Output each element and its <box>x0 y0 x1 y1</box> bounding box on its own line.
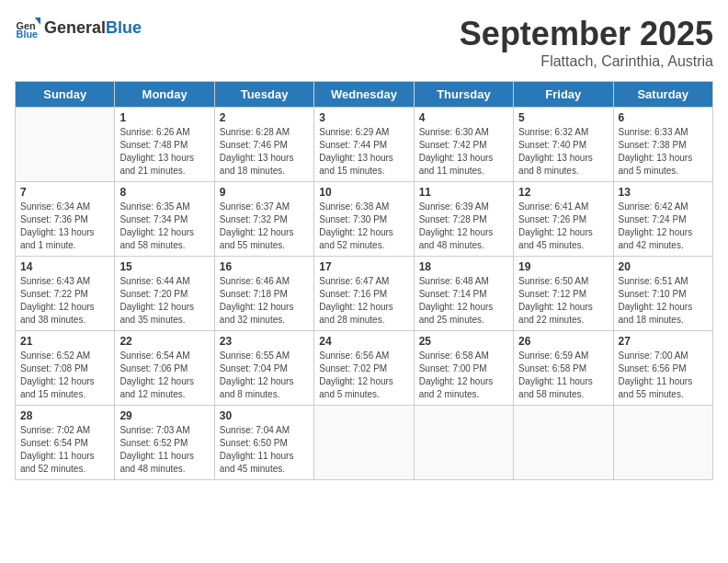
calendar-week-row: 21Sunrise: 6:52 AMSunset: 7:08 PMDayligh… <box>16 331 713 406</box>
calendar-cell: 5Sunrise: 6:32 AMSunset: 7:40 PMDaylight… <box>514 108 613 182</box>
day-info: Sunrise: 6:34 AMSunset: 7:36 PMDaylight:… <box>20 201 109 252</box>
calendar-cell: 23Sunrise: 6:55 AMSunset: 7:04 PMDayligh… <box>214 331 313 406</box>
day-info: Sunrise: 6:39 AMSunset: 7:28 PMDaylight:… <box>419 201 508 252</box>
calendar-cell: 27Sunrise: 7:00 AMSunset: 6:56 PMDayligh… <box>613 331 712 406</box>
day-number: 20 <box>619 260 708 273</box>
calendar-cell: 30Sunrise: 7:04 AMSunset: 6:50 PMDayligh… <box>214 406 313 480</box>
calendar-cell: 16Sunrise: 6:46 AMSunset: 7:18 PMDayligh… <box>214 257 313 331</box>
weekday-header-monday: Monday <box>115 82 214 108</box>
day-info: Sunrise: 7:02 AMSunset: 6:54 PMDaylight:… <box>20 424 109 476</box>
day-info: Sunrise: 6:28 AMSunset: 7:46 PMDaylight:… <box>220 126 309 178</box>
day-info: Sunrise: 6:59 AMSunset: 6:58 PMDaylight:… <box>518 350 608 401</box>
calendar-cell: 24Sunrise: 6:56 AMSunset: 7:02 PMDayligh… <box>314 331 414 406</box>
day-info: Sunrise: 7:00 AMSunset: 6:56 PMDaylight:… <box>619 350 708 401</box>
calendar-cell: 25Sunrise: 6:58 AMSunset: 7:00 PMDayligh… <box>414 331 513 406</box>
day-number: 24 <box>319 335 408 348</box>
logo-icon: Gen Blue <box>15 15 40 40</box>
calendar-cell: 10Sunrise: 6:38 AMSunset: 7:30 PMDayligh… <box>314 182 414 257</box>
calendar-cell: 20Sunrise: 6:51 AMSunset: 7:10 PMDayligh… <box>613 257 712 331</box>
calendar-cell: 19Sunrise: 6:50 AMSunset: 7:12 PMDayligh… <box>514 257 613 331</box>
calendar-cell: 22Sunrise: 6:54 AMSunset: 7:06 PMDayligh… <box>115 331 214 406</box>
day-number: 26 <box>518 335 608 348</box>
calendar-cell <box>514 406 613 480</box>
weekday-header-thursday: Thursday <box>414 82 513 108</box>
calendar-table: SundayMondayTuesdayWednesdayThursdayFrid… <box>15 81 713 480</box>
calendar-body: 1Sunrise: 6:26 AMSunset: 7:48 PMDaylight… <box>16 108 713 480</box>
calendar-cell: 11Sunrise: 6:39 AMSunset: 7:28 PMDayligh… <box>414 182 513 257</box>
day-info: Sunrise: 6:55 AMSunset: 7:04 PMDaylight:… <box>220 350 309 401</box>
page-header: Gen Blue GeneralBlue September 2025 Flat… <box>15 15 713 70</box>
calendar-cell <box>16 108 115 182</box>
day-number: 19 <box>518 260 608 273</box>
day-info: Sunrise: 6:50 AMSunset: 7:12 PMDaylight:… <box>518 275 608 327</box>
calendar-cell: 9Sunrise: 6:37 AMSunset: 7:32 PMDaylight… <box>214 182 313 257</box>
day-info: Sunrise: 6:33 AMSunset: 7:38 PMDaylight:… <box>619 126 708 178</box>
day-info: Sunrise: 6:46 AMSunset: 7:18 PMDaylight:… <box>220 275 309 327</box>
calendar-cell: 3Sunrise: 6:29 AMSunset: 7:44 PMDaylight… <box>314 108 414 182</box>
weekday-header-sunday: Sunday <box>16 82 115 108</box>
day-number: 1 <box>119 111 209 124</box>
day-number: 10 <box>319 186 408 199</box>
day-info: Sunrise: 6:38 AMSunset: 7:30 PMDaylight:… <box>319 201 408 252</box>
calendar-cell: 6Sunrise: 6:33 AMSunset: 7:38 PMDaylight… <box>613 108 712 182</box>
calendar-cell: 15Sunrise: 6:44 AMSunset: 7:20 PMDayligh… <box>115 257 214 331</box>
month-year-title: September 2025 <box>460 15 713 53</box>
calendar-week-row: 28Sunrise: 7:02 AMSunset: 6:54 PMDayligh… <box>16 406 713 480</box>
day-number: 13 <box>619 186 708 199</box>
logo: Gen Blue GeneralBlue <box>15 15 142 40</box>
day-info: Sunrise: 7:03 AMSunset: 6:52 PMDaylight:… <box>119 424 209 476</box>
day-info: Sunrise: 6:48 AMSunset: 7:14 PMDaylight:… <box>419 275 508 327</box>
day-info: Sunrise: 6:42 AMSunset: 7:24 PMDaylight:… <box>619 201 708 252</box>
day-number: 17 <box>319 260 408 273</box>
day-info: Sunrise: 6:29 AMSunset: 7:44 PMDaylight:… <box>319 126 408 178</box>
weekday-header-saturday: Saturday <box>613 82 712 108</box>
calendar-week-row: 14Sunrise: 6:43 AMSunset: 7:22 PMDayligh… <box>16 257 713 331</box>
calendar-cell: 2Sunrise: 6:28 AMSunset: 7:46 PMDaylight… <box>214 108 313 182</box>
day-number: 6 <box>619 111 708 124</box>
day-info: Sunrise: 6:26 AMSunset: 7:48 PMDaylight:… <box>119 126 209 178</box>
calendar-cell: 8Sunrise: 6:35 AMSunset: 7:34 PMDaylight… <box>115 182 214 257</box>
day-number: 12 <box>518 186 608 199</box>
calendar-cell: 29Sunrise: 7:03 AMSunset: 6:52 PMDayligh… <box>115 406 214 480</box>
weekday-header-friday: Friday <box>514 82 613 108</box>
day-info: Sunrise: 6:51 AMSunset: 7:10 PMDaylight:… <box>619 275 708 327</box>
day-number: 14 <box>20 260 109 273</box>
day-number: 29 <box>119 409 209 422</box>
day-number: 30 <box>220 409 309 422</box>
calendar-cell: 7Sunrise: 6:34 AMSunset: 7:36 PMDaylight… <box>16 182 115 257</box>
day-info: Sunrise: 6:54 AMSunset: 7:06 PMDaylight:… <box>119 350 209 401</box>
day-number: 23 <box>220 335 309 348</box>
day-info: Sunrise: 7:04 AMSunset: 6:50 PMDaylight:… <box>220 424 309 476</box>
day-number: 16 <box>220 260 309 273</box>
day-number: 27 <box>619 335 708 348</box>
day-number: 25 <box>419 335 508 348</box>
calendar-cell <box>613 406 712 480</box>
day-number: 2 <box>220 111 309 124</box>
calendar-cell: 18Sunrise: 6:48 AMSunset: 7:14 PMDayligh… <box>414 257 513 331</box>
calendar-week-row: 7Sunrise: 6:34 AMSunset: 7:36 PMDaylight… <box>16 182 713 257</box>
day-number: 9 <box>220 186 309 199</box>
day-info: Sunrise: 6:35 AMSunset: 7:34 PMDaylight:… <box>119 201 209 252</box>
calendar-cell: 28Sunrise: 7:02 AMSunset: 6:54 PMDayligh… <box>16 406 115 480</box>
day-info: Sunrise: 6:44 AMSunset: 7:20 PMDaylight:… <box>119 275 209 327</box>
day-number: 21 <box>20 335 109 348</box>
calendar-cell: 21Sunrise: 6:52 AMSunset: 7:08 PMDayligh… <box>16 331 115 406</box>
day-info: Sunrise: 6:37 AMSunset: 7:32 PMDaylight:… <box>220 201 309 252</box>
day-number: 28 <box>20 409 109 422</box>
title-block: September 2025 Flattach, Carinthia, Aust… <box>460 15 713 70</box>
calendar-cell: 17Sunrise: 6:47 AMSunset: 7:16 PMDayligh… <box>314 257 414 331</box>
calendar-cell: 12Sunrise: 6:41 AMSunset: 7:26 PMDayligh… <box>514 182 613 257</box>
weekday-header-wednesday: Wednesday <box>314 82 414 108</box>
day-number: 5 <box>518 111 608 124</box>
day-number: 3 <box>319 111 408 124</box>
day-info: Sunrise: 6:56 AMSunset: 7:02 PMDaylight:… <box>319 350 408 401</box>
day-number: 4 <box>419 111 508 124</box>
calendar-cell: 1Sunrise: 6:26 AMSunset: 7:48 PMDaylight… <box>115 108 214 182</box>
calendar-cell: 13Sunrise: 6:42 AMSunset: 7:24 PMDayligh… <box>613 182 712 257</box>
calendar-header-row: SundayMondayTuesdayWednesdayThursdayFrid… <box>16 82 713 108</box>
day-info: Sunrise: 6:58 AMSunset: 7:00 PMDaylight:… <box>419 350 508 401</box>
calendar-cell <box>314 406 414 480</box>
location-subtitle: Flattach, Carinthia, Austria <box>460 53 713 70</box>
day-number: 15 <box>119 260 209 273</box>
calendar-cell: 26Sunrise: 6:59 AMSunset: 6:58 PMDayligh… <box>514 331 613 406</box>
